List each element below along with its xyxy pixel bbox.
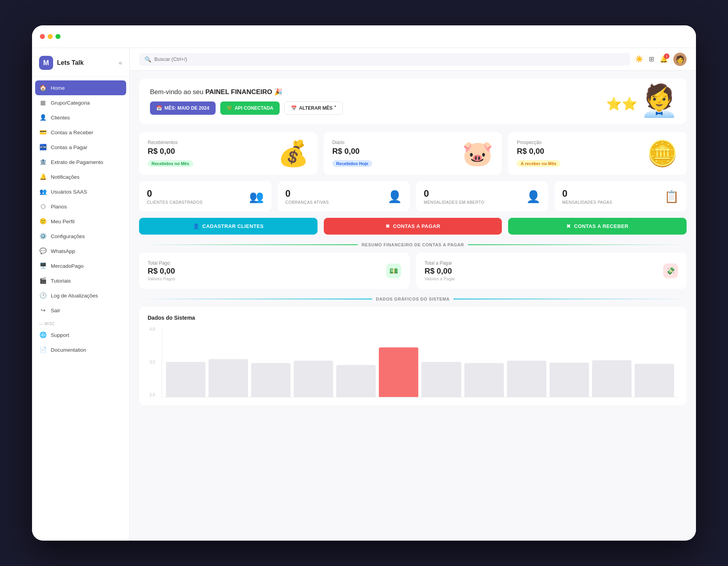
search-icon: 🔍 xyxy=(145,56,151,62)
minimize-dot[interactable] xyxy=(48,34,53,39)
sidebar-item-label: Contas a Receber xyxy=(51,130,93,135)
chart-bar xyxy=(209,359,248,397)
bar-group xyxy=(336,365,376,397)
sidebar-item-clientes[interactable]: 👤 Clientes xyxy=(32,110,129,125)
chart-bar xyxy=(336,365,376,397)
avatar[interactable]: 🧑 xyxy=(673,53,687,66)
sidebar-item-label: WhatsApp xyxy=(51,248,75,254)
sidebar-item-label: Support xyxy=(51,332,69,338)
globe-icon: 🌐 xyxy=(39,331,47,338)
contas-pagar-button[interactable]: ✖ CONTAS A PAGAR xyxy=(324,218,502,235)
bell-icon: 🔔 xyxy=(39,173,47,180)
search-input[interactable] xyxy=(154,56,625,62)
open-bills-icon: 👤 xyxy=(526,190,541,203)
due-money-icon: 💸 xyxy=(663,263,678,278)
chart-bar xyxy=(251,363,291,397)
sidebar: M Lets Talk « 🏠 Home ▦ Grupo/Categoria 👤… xyxy=(32,48,130,541)
logo-icon: M xyxy=(39,56,53,70)
sidebar-item-label: Grupo/Categoria xyxy=(51,100,90,106)
counter-mensalidades-pagas: 0 MENSALIDADES PAGAS 📋 xyxy=(555,181,687,212)
profile-icon: 🙂 xyxy=(39,218,47,225)
change-month-button[interactable]: 📅 ALTERAR MÊS ˅ xyxy=(284,101,343,115)
y-label: 4.0 xyxy=(150,327,155,331)
doc-icon: 📄 xyxy=(39,346,47,353)
misc-label: — MISC xyxy=(32,318,129,327)
stat-badge-blue: Recebidos Hoje xyxy=(332,160,373,167)
counters-row: 0 CLIENTES CADASTRADOS 👥 0 COBRANÇAS ATI… xyxy=(139,181,687,212)
sidebar-item-label: Tutoriais xyxy=(51,278,71,284)
logo-text: Lets Talk xyxy=(57,59,84,66)
main-content: 🔍 ☀️ ⊞ 🔔 1 🧑 xyxy=(130,48,696,541)
bar-group xyxy=(550,363,589,397)
sidebar-item-sair[interactable]: ↪ Sair xyxy=(32,303,129,318)
contas-receber-button[interactable]: ✖ CONTAS A RECEBER xyxy=(508,218,687,235)
grid-icon[interactable]: ⊞ xyxy=(649,55,654,63)
gear-icon: ⚙️ xyxy=(39,233,47,240)
whatsapp-icon: 💬 xyxy=(39,247,47,255)
counter-info: 0 MENSALIDADES PAGAS xyxy=(562,188,612,205)
add-user-icon: 👤 xyxy=(193,223,199,229)
home-icon: 🏠 xyxy=(39,84,47,91)
chart-divider-line-right xyxy=(453,299,687,299)
fin-info: Total a Pagar R$ 0,00 Valores a Pagar xyxy=(425,260,455,281)
bar-group xyxy=(635,364,674,397)
stats-row: Recebimentos R$ 0,00 Recebidos no Mês 💰 … xyxy=(139,132,687,175)
bar-group xyxy=(251,363,291,397)
stars-icon: ⭐⭐ xyxy=(606,96,637,111)
sidebar-item-mercadopago[interactable]: 🖥️ MercadoPago xyxy=(32,258,129,273)
search-box[interactable]: 🔍 xyxy=(139,53,630,66)
sidebar-item-extrato[interactable]: 🏦 Extrato de Pagamento xyxy=(32,155,129,169)
sidebar-item-contas-receber[interactable]: 💳 Contas a Receber xyxy=(32,125,129,140)
counter-clientes: 0 CLIENTES CADASTRADOS 👥 xyxy=(139,181,271,212)
sidebar-item-usuarios[interactable]: 👥 Usuários SAAS xyxy=(32,184,129,199)
sidebar-nav: 🏠 Home ▦ Grupo/Categoria 👤 Clientes 💳 Co… xyxy=(32,77,129,541)
sidebar-item-label: Usuários SAAS xyxy=(51,189,87,195)
fin-info: Total Pago: R$ 0,00 Valores Pagos xyxy=(148,260,175,281)
lightning-icon: ⚡ xyxy=(651,86,671,105)
bar-group xyxy=(209,359,248,397)
sun-icon[interactable]: ☀️ xyxy=(635,55,643,63)
bar-group xyxy=(507,361,546,397)
sidebar-item-contas-pagar[interactable]: 🏧 Contas a Pagar xyxy=(32,140,129,155)
sidebar-item-label: Log de Atualizações xyxy=(51,293,98,299)
sidebar-item-grupo[interactable]: ▦ Grupo/Categoria xyxy=(32,95,129,110)
stat-card-recebimentos: Recebimentos R$ 0,00 Recebidos no Mês 💰 xyxy=(139,132,318,175)
chart-wrapper: 4.0 3.0 2.0 xyxy=(148,327,678,397)
whatsapp-check-icon: 💚 xyxy=(227,105,232,111)
stat-card-diario: Diário R$ 0,00 Recebidos Hoje 🐷 xyxy=(324,132,502,175)
chart-bar xyxy=(507,361,546,397)
close-dot[interactable] xyxy=(40,34,45,39)
collapse-button[interactable]: « xyxy=(119,59,122,66)
sidebar-item-tutoriais[interactable]: 🎬 Tutoriais xyxy=(32,273,129,288)
notification-icon[interactable]: 🔔 1 xyxy=(660,55,668,63)
bar-group xyxy=(294,361,333,397)
sidebar-item-perfil[interactable]: 🙂 Meu Perfil xyxy=(32,214,129,229)
sidebar-item-label: MercadoPago xyxy=(51,263,84,269)
stat-badge-green: Recebidos no Mês xyxy=(148,160,193,167)
sidebar-item-label: Notificações xyxy=(51,174,80,180)
cadastrar-clientes-button[interactable]: 👤 CADASTRAR CLIENTES xyxy=(139,218,318,235)
action-row: 👤 CADASTRAR CLIENTES ✖ CONTAS A PAGAR ✖ … xyxy=(139,218,687,235)
hexagon-icon: ⬡ xyxy=(39,203,47,210)
welcome-title: Bem-vindo ao seu PAINEL FINANCEIRO 🎉 xyxy=(150,88,343,96)
month-button[interactable]: 📅 MÊS: MAIO DE 2024 xyxy=(150,101,216,115)
maximize-dot[interactable] xyxy=(55,34,61,39)
financial-divider: RESUMO FINANCEIRO DE CONTAS A PAGAR xyxy=(139,242,687,247)
sidebar-item-notificacoes[interactable]: 🔔 Notificações xyxy=(32,169,129,184)
y-label: 3.0 xyxy=(150,360,155,364)
atm-icon: 🏧 xyxy=(39,144,47,151)
api-button[interactable]: 💚 API CONECTADA xyxy=(220,101,280,115)
sidebar-item-planos[interactable]: ⬡ Planos xyxy=(32,199,129,214)
sidebar-item-log[interactable]: 🕐 Log de Atualizações xyxy=(32,288,129,303)
bank-icon: 🏦 xyxy=(39,158,47,166)
sidebar-item-whatsapp[interactable]: 💬 WhatsApp xyxy=(32,244,129,258)
charges-icon: 👤 xyxy=(387,190,402,203)
sidebar-item-configuracoes[interactable]: ⚙️ Configurações xyxy=(32,229,129,244)
sidebar-item-support[interactable]: 🌐 Support xyxy=(32,327,129,342)
chart-bar xyxy=(379,347,418,397)
chart-bar xyxy=(294,361,333,397)
sidebar-item-documentation[interactable]: 📄 Documentation xyxy=(32,342,129,357)
sidebar-item-home[interactable]: 🏠 Home xyxy=(35,80,126,95)
chart-bar xyxy=(166,362,205,397)
sidebar-logo: M Lets Talk « xyxy=(32,48,129,77)
